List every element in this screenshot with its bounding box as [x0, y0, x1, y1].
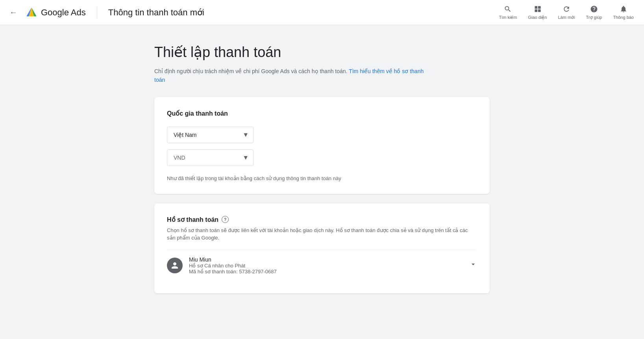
main-content: Thiết lập thanh toán Chỉ định người chịu… — [145, 25, 499, 322]
profile-help-icon[interactable]: ? — [222, 216, 229, 223]
currency-note: Như đã thiết lập trong tài khoản bằng cá… — [167, 175, 477, 181]
country-card: Quốc gia thanh toán Việt Nam ▼ VND ▼ Như… — [154, 97, 490, 194]
chevron-down-icon — [469, 260, 477, 268]
profile-name: Miu Miun — [189, 256, 469, 263]
person-icon — [170, 261, 180, 270]
profile-id: Mã hồ sơ thanh toán: 5738-2797-0687 — [189, 269, 469, 275]
refresh-button[interactable]: Làm mới — [554, 3, 579, 22]
avatar-icon — [167, 258, 183, 273]
header-divider — [97, 6, 97, 19]
help-icon-text: ? — [224, 217, 227, 222]
logo-text: Google Ads — [41, 7, 86, 18]
profile-type: Hồ sơ Cá nhân cho Phát — [189, 263, 469, 269]
expand-icon — [469, 260, 477, 270]
notifications-label: Thông báo — [613, 15, 634, 20]
logo-area: Google Ads — [25, 6, 86, 19]
profile-item[interactable]: Miu Miun Hồ sơ Cá nhân cho Phát Mã hồ sơ… — [167, 250, 477, 281]
page-description: Chỉ định người chịu trách nhiệm về chi p… — [154, 67, 430, 85]
dashboard-icon — [534, 5, 542, 14]
back-button[interactable]: ← — [6, 5, 20, 20]
dashboard-button[interactable]: Giao diện — [524, 3, 551, 22]
notifications-icon — [620, 5, 627, 14]
help-icon — [590, 5, 598, 14]
page-title: Thông tin thanh toán mới — [108, 7, 204, 18]
page-heading: Thiết lập thanh toán — [154, 44, 490, 61]
country-card-title: Quốc gia thanh toán — [167, 110, 477, 117]
profile-card: Hồ sơ thanh toán ? Chọn hồ sơ thanh toán… — [154, 203, 490, 293]
refresh-label: Làm mới — [558, 15, 575, 20]
description-text: Chỉ định người chịu trách nhiệm về chi p… — [154, 68, 348, 74]
dashboard-label: Giao diện — [528, 15, 547, 20]
help-label: Trợ giúp — [586, 15, 602, 20]
header-left: ← Google Ads Thông tin thanh toán mới — [6, 5, 495, 20]
notifications-button[interactable]: Thông báo — [609, 3, 638, 22]
currency-select-wrapper: VND ▼ — [167, 149, 254, 166]
search-button[interactable]: Tìm kiếm — [495, 3, 521, 22]
country-select[interactable]: Việt Nam — [167, 127, 254, 143]
header: ← Google Ads Thông tin thanh toán mới Tì… — [0, 0, 644, 25]
header-right: Tìm kiếm Giao diện Làm mới Trợ giúp Thôn… — [495, 3, 638, 22]
currency-select[interactable]: VND — [167, 149, 254, 166]
profile-card-title: Hồ sơ thanh toán — [167, 216, 218, 223]
help-button[interactable]: Trợ giúp — [582, 3, 606, 22]
profile-card-description: Chọn hồ sơ thanh toán sẽ được liên kết v… — [167, 227, 477, 242]
refresh-icon — [563, 5, 570, 14]
profile-card-title-row: Hồ sơ thanh toán ? — [167, 216, 477, 223]
search-icon — [504, 5, 512, 14]
search-label: Tìm kiếm — [499, 15, 517, 20]
profile-info: Miu Miun Hồ sơ Cá nhân cho Phát Mã hồ sơ… — [189, 256, 469, 275]
country-select-wrapper: Việt Nam ▼ — [167, 127, 254, 143]
google-ads-logo-icon — [25, 6, 38, 19]
back-icon: ← — [9, 8, 17, 17]
